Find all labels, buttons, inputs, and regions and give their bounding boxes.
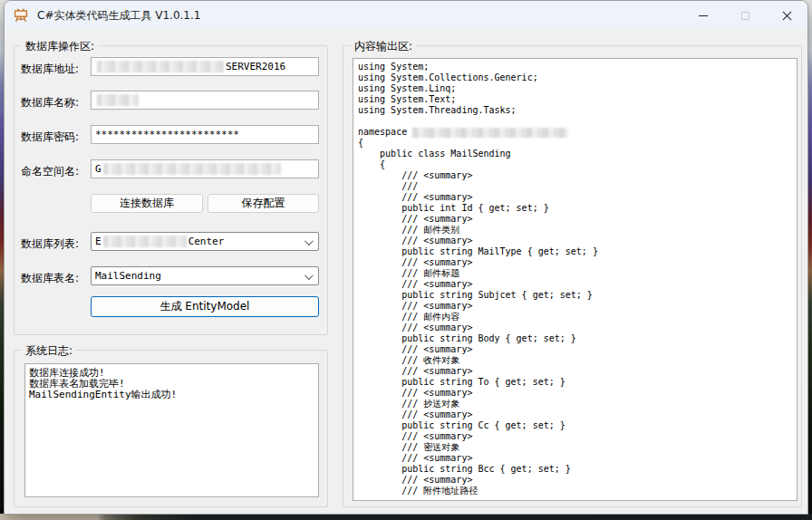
save-config-label: 保存配置 [242, 196, 285, 211]
redacted-text [97, 94, 139, 106]
minimize-button[interactable] [682, 1, 724, 30]
connect-db-label: 连接数据库 [120, 196, 174, 211]
chevron-down-icon [304, 236, 314, 246]
code-line: /// <summary> [358, 236, 792, 246]
code-line: /// <summary> [358, 192, 792, 203]
system-log-title: 系统日志: [22, 343, 76, 359]
code-line: /// <summary> [358, 475, 792, 486]
namespace-input[interactable]: G [91, 159, 319, 178]
close-button[interactable] [766, 1, 807, 30]
code-line: using System.Collections.Generic; [358, 72, 792, 83]
code-line: /// 邮件内容 [358, 312, 792, 323]
code-line: /// <summary> [358, 257, 792, 268]
db-operations-title: 数据库操作区: [22, 39, 98, 54]
save-config-button[interactable]: 保存配置 [208, 194, 319, 213]
code-line: /// <summary> [358, 214, 792, 225]
code-line: /// 抄送对象 [358, 399, 792, 409]
code-line: using System.Linq; [358, 83, 792, 94]
code-line: public string To { get; set; } [358, 377, 792, 388]
redacted-namespace [412, 128, 568, 138]
db-address-label: 数据库地址: [21, 62, 79, 77]
code-line: using System.Text; [358, 94, 792, 105]
code-line: public string Body { get; set; } [358, 333, 792, 344]
code-line: public class MailSending [358, 149, 792, 159]
window-title: C#实体类代码生成工具 V1.0.1.1 [37, 8, 200, 24]
titlebar: C#实体类代码生成工具 V1.0.1.1 [5, 1, 807, 30]
code-line: public string Cc { get; set; } [358, 420, 792, 431]
code-line: public string Bcc { get; set; } [358, 464, 792, 475]
redacted-text [97, 61, 224, 72]
code-lines: using System;using System.Collections.Ge… [358, 62, 792, 496]
close-icon [782, 11, 792, 21]
code-line: /// [358, 181, 792, 192]
db-address-input[interactable]: SERVER2016 [91, 57, 319, 76]
generate-entitymodel-label: 生成 EntityModel [160, 299, 250, 314]
maximize-button[interactable] [724, 1, 766, 30]
content-output-groupbox: 内容输出区: using System;using System.Collect… [343, 45, 802, 507]
log-line: MailSendingEntity输出成功! [29, 390, 314, 400]
code-line: public string MailType { get; set; } [358, 246, 792, 257]
db-password-input[interactable]: ************************ [91, 125, 319, 144]
code-line: using System.Threading.Tasks; [358, 105, 792, 116]
db-list-dropdown[interactable]: E Center [91, 232, 319, 251]
db-password-value: ************************ [95, 129, 239, 140]
desktop-bottom-strip [0, 514, 812, 520]
code-line: { [358, 159, 792, 170]
table-name-label: 数据库表名: [21, 271, 79, 286]
db-list-prefix: E [95, 236, 102, 247]
code-output-textbox[interactable]: using System;using System.Collections.Ge… [353, 58, 798, 501]
db-name-label: 数据库名称: [21, 95, 79, 111]
code-line: /// <summary> [358, 409, 792, 420]
code-line: /// <summary> [358, 453, 792, 464]
caption-buttons [682, 1, 807, 30]
db-operations-groupbox: 数据库操作区: [14, 45, 328, 335]
code-line: { [358, 138, 792, 149]
code-line: public string Subjcet { get; set; } [358, 290, 792, 301]
code-line: /// <summary> [358, 301, 792, 312]
code-line: /// <summary> [358, 170, 792, 181]
easel-icon [14, 8, 28, 23]
chevron-down-icon [304, 271, 314, 280]
code-line: using System; [358, 62, 792, 72]
code-line: /// <summary> [358, 431, 792, 442]
minimize-icon [699, 15, 708, 16]
db-list-suffix: Center [188, 236, 225, 247]
code-line: /// 密送对象 [358, 442, 792, 453]
code-line: /// <summary> [358, 323, 792, 333]
connect-db-button[interactable]: 连接数据库 [91, 194, 203, 213]
code-line: /// 邮件类别 [358, 225, 792, 236]
generate-entitymodel-button[interactable]: 生成 EntityModel [91, 296, 319, 317]
code-line: /// 收件对象 [358, 355, 792, 366]
db-list-label: 数据库列表: [21, 236, 79, 252]
namespace-prefix: G [95, 163, 102, 175]
content-output-title: 内容输出区: [351, 39, 416, 54]
redacted-text [103, 163, 281, 175]
namespace-label: 命名空间名: [21, 164, 79, 179]
code-line: /// <summary> [358, 366, 792, 377]
db-password-label: 数据库密码: [21, 130, 79, 145]
code-line [358, 116, 792, 127]
code-line: /// <summary> [358, 344, 792, 355]
desktop: C#实体类代码生成工具 V1.0.1.1 数据库操作区: 数据库地址: SERV… [0, 0, 812, 520]
system-log-groupbox: 系统日志: 数据库连接成功!数据库表名加载完毕!MailSendingEntit… [14, 350, 328, 507]
app-window: C#实体类代码生成工具 V1.0.1.1 数据库操作区: 数据库地址: SERV… [4, 0, 808, 515]
code-line: /// <summary> [358, 279, 792, 290]
db-address-value: SERVER2016 [226, 61, 285, 72]
system-log-textbox[interactable]: 数据库连接成功!数据库表名加载完毕!MailSendingEntity输出成功! [24, 363, 319, 497]
code-line: /// 附件地址路径 [358, 486, 792, 496]
redacted-text [103, 236, 187, 247]
maximize-icon [741, 12, 749, 20]
code-line: /// 邮件标题 [358, 268, 792, 279]
table-name-value: MailSending [95, 270, 161, 282]
db-name-input[interactable] [91, 91, 319, 110]
code-line: public int Id { get; set; } [358, 203, 792, 214]
code-line: /// <summary> [358, 388, 792, 399]
table-name-dropdown[interactable]: MailSending [91, 266, 319, 285]
